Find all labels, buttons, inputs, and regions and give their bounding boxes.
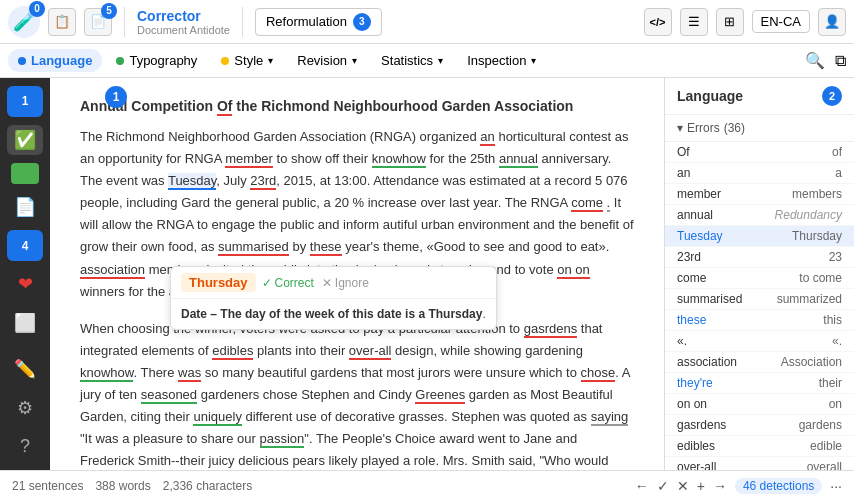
- error-knowhow2[interactable]: knowhow: [80, 365, 133, 382]
- sidebar-doc-icon[interactable]: 📄: [7, 192, 43, 223]
- tab-language[interactable]: Language: [8, 49, 102, 72]
- panel-title: Language: [677, 88, 743, 104]
- tooltip-top: Thursday ✓ Correct ✕ Ignore: [171, 267, 496, 299]
- error-Tuesday[interactable]: Tuesday: [168, 173, 216, 188]
- sidebar-gear-icon[interactable]: ⚙: [7, 393, 43, 424]
- error-saying[interactable]: saying: [591, 409, 629, 426]
- statistics-arrow: ▾: [438, 55, 443, 66]
- error-row-summarised[interactable]: summarised summarized: [665, 289, 854, 310]
- nav-more-btn[interactable]: ···: [830, 478, 842, 494]
- error-knowhow1[interactable]: knowhow: [372, 151, 426, 168]
- error-right-on: on: [760, 397, 843, 411]
- topbar-icon1[interactable]: 📋: [48, 8, 76, 36]
- code-icon[interactable]: </>: [644, 8, 672, 36]
- separator2: [242, 7, 243, 37]
- error-an[interactable]: an: [480, 129, 494, 146]
- error-right-this: this: [760, 313, 843, 327]
- error-onon[interactable]: on on: [557, 262, 590, 279]
- error-uniquely[interactable]: uniquely: [193, 409, 241, 426]
- error-row-onon[interactable]: on on on: [665, 394, 854, 415]
- error-left-an: an: [677, 166, 760, 180]
- error-come[interactable]: come: [571, 195, 603, 212]
- tab-typography[interactable]: Typography: [106, 49, 207, 72]
- error-row-overall[interactable]: over-all overall: [665, 457, 854, 470]
- error-row-Of[interactable]: Of of: [665, 142, 854, 163]
- sidebar-green-icon[interactable]: [11, 163, 39, 183]
- main-area: 1 ✅ 📄 4 ❤ ⬜ ✏️ ⚙ ? 1 Annual Competition …: [0, 78, 854, 470]
- error-chose[interactable]: chose: [581, 365, 616, 382]
- error-gasrdens[interactable]: gasrdens: [524, 321, 577, 338]
- tab-inspection[interactable]: Inspection ▾: [457, 49, 546, 72]
- user-icon[interactable]: 👤: [818, 8, 846, 36]
- error-was[interactable]: was: [178, 365, 201, 382]
- error-passion[interactable]: passion: [260, 431, 305, 448]
- sidebar-question-icon[interactable]: ?: [7, 431, 43, 462]
- error-member[interactable]: member: [225, 151, 273, 168]
- tab-statistics[interactable]: Statistics ▾: [371, 49, 453, 72]
- app-title-block: Corrector Document Antidote: [137, 8, 230, 36]
- error-row-come[interactable]: come to come: [665, 268, 854, 289]
- style-dot: [221, 57, 229, 65]
- error-annual[interactable]: annual: [499, 151, 538, 168]
- nav-prev-btn[interactable]: ←: [635, 478, 649, 494]
- nav-close-btn[interactable]: ✕: [677, 478, 689, 494]
- error-these[interactable]: these: [310, 239, 342, 256]
- error-row-member[interactable]: member members: [665, 184, 854, 205]
- sidebar-num-1: 1: [7, 86, 43, 117]
- nav-next-btn[interactable]: →: [713, 478, 727, 494]
- error-row-association[interactable]: association Association: [665, 352, 854, 373]
- error-left-come: come: [677, 271, 760, 285]
- error-row-edibles[interactable]: edibles edible: [665, 436, 854, 457]
- error-association[interactable]: association: [80, 262, 145, 279]
- toolbar-split-icon[interactable]: ⧉: [835, 52, 846, 70]
- error-edibles[interactable]: edibles: [212, 343, 253, 360]
- nav-check-btn[interactable]: ✓: [657, 478, 669, 494]
- error-seasoned[interactable]: seasoned: [141, 387, 197, 404]
- grid-icon[interactable]: ⊞: [716, 8, 744, 36]
- tooltip-actions: ✓ Correct ✕ Ignore: [262, 276, 369, 290]
- error-right-Association: Association: [760, 355, 843, 369]
- separator1: [124, 7, 125, 37]
- error-overall[interactable]: over-all: [349, 343, 392, 360]
- toolbar-search-icon[interactable]: 🔍: [805, 51, 825, 70]
- tab-style[interactable]: Style ▾: [211, 49, 283, 72]
- sidebar-heart-icon[interactable]: ❤: [7, 269, 43, 300]
- error-row-gasrdens[interactable]: gasrdens gardens: [665, 415, 854, 436]
- error-left-these: these: [677, 313, 760, 327]
- error-left-annual: annual: [677, 208, 760, 222]
- errors-header[interactable]: ▾ Errors (36): [665, 115, 854, 142]
- error-row-23rd[interactable]: 23rd 23: [665, 247, 854, 268]
- error-right-overall: overall: [760, 460, 843, 470]
- error-greenes[interactable]: Greenes: [415, 387, 465, 404]
- panel-badge: 2: [822, 86, 842, 106]
- error-Of[interactable]: Of: [217, 98, 233, 116]
- error-right-summarized: summarized: [760, 292, 843, 306]
- chevron-down-icon: ▾: [677, 121, 683, 135]
- error-summarised[interactable]: summarised: [218, 239, 289, 256]
- error-row-an[interactable]: an a: [665, 163, 854, 184]
- panel-header: Language 2: [665, 78, 854, 115]
- error-row-tuesday[interactable]: Tuesday Thursday: [665, 226, 854, 247]
- tab-revision[interactable]: Revision ▾: [287, 49, 367, 72]
- error-row-these[interactable]: these this: [665, 310, 854, 331]
- error-23rd[interactable]: 23rd: [250, 173, 276, 190]
- error-row-theyre[interactable]: they're their: [665, 373, 854, 394]
- list-icon[interactable]: ☰: [680, 8, 708, 36]
- sidebar-pencil-icon[interactable]: ✏️: [7, 354, 43, 385]
- language-selector[interactable]: EN-CA: [752, 10, 810, 33]
- status-words: 388 words: [95, 479, 150, 493]
- nav-add-btn[interactable]: +: [697, 478, 705, 494]
- error-period[interactable]: .: [607, 195, 611, 212]
- error-row-quote[interactable]: «. «.: [665, 331, 854, 352]
- error-row-annual[interactable]: annual Redundancy: [665, 205, 854, 226]
- reformulation-badge: 3: [353, 13, 371, 31]
- tab-language-label: Language: [31, 53, 92, 68]
- tooltip-old-word[interactable]: Thursday: [181, 273, 256, 292]
- sidebar-check-icon[interactable]: ✅: [7, 125, 43, 156]
- tooltip-ignore-btn[interactable]: ✕ Ignore: [322, 276, 369, 290]
- sidebar-square-icon[interactable]: ⬜: [7, 308, 43, 339]
- error-left-overall: over-all: [677, 460, 760, 470]
- reformulation-button[interactable]: Reformulation 3: [255, 8, 382, 36]
- error-left-onon: on on: [677, 397, 760, 411]
- tooltip-correct-btn[interactable]: ✓ Correct: [262, 276, 314, 290]
